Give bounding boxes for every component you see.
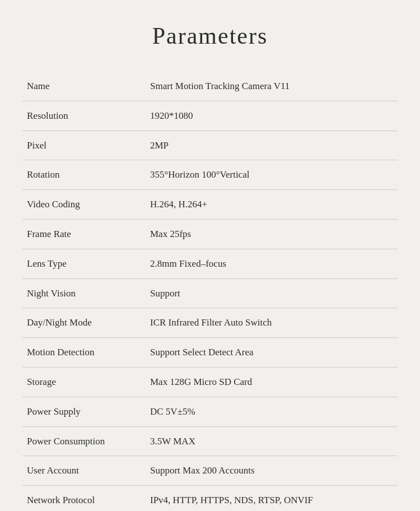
param-label: Video Coding bbox=[22, 190, 146, 220]
param-value: Max 128G Micro SD Card bbox=[146, 367, 398, 397]
param-value: DC 5V±5% bbox=[146, 397, 398, 426]
param-label: Name bbox=[22, 72, 146, 101]
param-label: Network Protocol bbox=[22, 486, 146, 511]
table-row: Night VisionSupport bbox=[22, 278, 398, 308]
param-value: 355°Horizon 100°Vertical bbox=[146, 160, 398, 190]
table-row: Motion DetectionSupport Select Detect Ar… bbox=[22, 338, 398, 368]
param-value: Smart Motion Tracking Camera V11 bbox=[146, 72, 398, 101]
param-label: Motion Detection bbox=[22, 338, 146, 368]
param-value: Support Max 200 Accounts bbox=[146, 456, 398, 486]
params-table: NameSmart Motion Tracking Camera V11Reso… bbox=[22, 72, 398, 511]
param-label: Resolution bbox=[22, 101, 146, 131]
param-label: Power Consumption bbox=[22, 426, 146, 456]
param-label: Day/Night Mode bbox=[22, 308, 146, 338]
param-label: User Account bbox=[22, 456, 146, 486]
param-label: Storage bbox=[22, 367, 146, 397]
table-row: Power Consumption3.5W MAX bbox=[22, 426, 398, 456]
param-value: H.264, H.264+ bbox=[146, 190, 398, 220]
param-value: Max 25fps bbox=[146, 219, 398, 249]
table-row: Pixel2MP bbox=[22, 131, 398, 160]
param-value: Support Select Detect Area bbox=[146, 338, 398, 368]
param-label: Lens Type bbox=[22, 249, 146, 278]
table-row: Day/Night ModeICR Infrared Filter Auto S… bbox=[22, 308, 398, 338]
param-value: 2MP bbox=[146, 131, 398, 160]
table-row: Lens Type2.8mm Fixed–focus bbox=[22, 249, 398, 278]
param-value: ICR Infrared Filter Auto Switch bbox=[146, 308, 398, 338]
table-row: Frame RateMax 25fps bbox=[22, 219, 398, 249]
page-container: Parameters NameSmart Motion Tracking Cam… bbox=[0, 0, 420, 511]
page-title: Parameters bbox=[22, 22, 398, 49]
param-value: 2.8mm Fixed–focus bbox=[146, 249, 398, 278]
table-row: Network ProtocolIPv4, HTTP, HTTPS, NDS, … bbox=[22, 486, 398, 511]
table-row: Power SupplyDC 5V±5% bbox=[22, 397, 398, 426]
param-value: IPv4, HTTP, HTTPS, NDS, RTSP, ONVIF bbox=[146, 486, 398, 511]
param-label: Frame Rate bbox=[22, 219, 146, 249]
table-row: User AccountSupport Max 200 Accounts bbox=[22, 456, 398, 486]
table-row: Rotation355°Horizon 100°Vertical bbox=[22, 160, 398, 190]
table-row: Resolution1920*1080 bbox=[22, 101, 398, 131]
param-label: Rotation bbox=[22, 160, 146, 190]
param-label: Pixel bbox=[22, 131, 146, 160]
param-value: 1920*1080 bbox=[146, 101, 398, 131]
table-row: NameSmart Motion Tracking Camera V11 bbox=[22, 72, 398, 101]
param-value: Support bbox=[146, 278, 398, 308]
param-label: Power Supply bbox=[22, 397, 146, 426]
table-row: StorageMax 128G Micro SD Card bbox=[22, 367, 398, 397]
table-row: Video CodingH.264, H.264+ bbox=[22, 190, 398, 220]
param-value: 3.5W MAX bbox=[146, 426, 398, 456]
param-label: Night Vision bbox=[22, 278, 146, 308]
